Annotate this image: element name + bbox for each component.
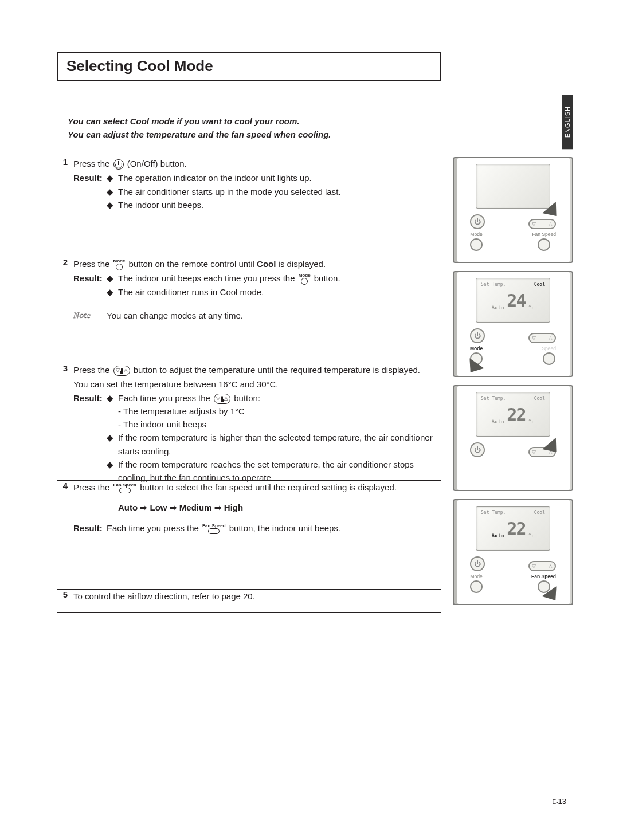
step-3: 3 Press the ▽△ button to adjust the temp… — [57, 363, 441, 481]
remote-illustration-1: ⏻ ▽│△ Mode Fan Speed — [453, 157, 573, 263]
display-temp: 24 — [507, 291, 525, 311]
temp-adjust-icon: ▽│△ — [528, 333, 556, 343]
remote-illustration-4: Set Temp.Cool Auto 22°c ⏻ ▽│△ Mode Fan S… — [453, 499, 573, 605]
power-button-icon: ⏻ — [470, 328, 485, 343]
display-temp: 22 — [507, 519, 525, 539]
power-icon — [113, 159, 124, 170]
step-number: 1 — [57, 157, 73, 251]
step-5: 5 To control the airflow direction, refe… — [57, 590, 441, 613]
mode-button-icon — [470, 238, 483, 251]
mode-button-icon: Mode — [299, 273, 311, 285]
step-number: 3 — [57, 363, 73, 474]
temp-adjust-icon: ▽△ — [214, 394, 230, 404]
mode-button-icon: Mode — [113, 259, 126, 270]
step-number: 4 — [57, 481, 73, 583]
temp-adjust-icon: ▽│△ — [528, 561, 556, 571]
step-4: 4 Press the Fan Speed button to select t… — [57, 481, 441, 590]
temp-adjust-icon: ▽△ — [113, 366, 130, 376]
step-2: 2 Press the Mode button on the remote co… — [57, 257, 441, 363]
power-button-icon: ⏻ — [470, 214, 485, 229]
fan-speed-button-icon — [543, 352, 555, 365]
step-1: 1 Press the (On/Off) button. Result: ◆Th… — [57, 157, 441, 257]
step-number: 2 — [57, 257, 73, 357]
temp-adjust-icon: ▽│△ — [528, 219, 556, 229]
fan-speed-button-icon — [538, 238, 550, 251]
intro-text: You can select Cool mode if you want to … — [68, 115, 573, 141]
language-tab: ENGLISH — [562, 95, 573, 149]
page-title: Selecting Cool Mode — [66, 57, 432, 75]
fan-speed-button-icon: Fan Speed — [202, 524, 225, 534]
result-label: Result: — [73, 391, 107, 485]
remote-illustration-3: Set Temp.Cool Auto 22°c ⏻ ▽│△ — [453, 385, 573, 491]
fan-speed-button-icon: Fan Speed — [113, 483, 136, 493]
remote-illustration-2: Set Temp.Cool Auto 24°c ⏻ ▽│△ Mode Speed — [453, 271, 573, 377]
result-label: Result: — [73, 171, 107, 211]
manual-page: Selecting Cool Mode ENGLISH You can sele… — [0, 0, 619, 840]
mode-button-icon — [470, 580, 483, 593]
fan-speed-sequence: Auto ➟ Low ➟ Medium ➟ High — [118, 501, 441, 514]
power-button-icon: ⏻ — [470, 556, 485, 571]
power-button-icon: ⏻ — [470, 442, 485, 457]
intro-line: You can select Cool mode if you want to … — [68, 115, 573, 128]
steps-column: 1 Press the (On/Off) button. Result: ◆Th… — [57, 157, 441, 613]
page-title-bar: Selecting Cool Mode — [57, 52, 441, 81]
step-number: 5 — [57, 590, 73, 606]
result-label: Result: — [73, 272, 107, 299]
intro-line: You can adjust the temperature and the f… — [68, 128, 573, 142]
illustrations-column: ⏻ ▽│△ Mode Fan Speed Set Temp.Cool Auto … — [453, 157, 573, 613]
page-number: E-13 — [553, 797, 566, 806]
note-label: Note — [73, 309, 107, 322]
display-temp: 22 — [507, 405, 525, 425]
result-label: Result: — [73, 521, 107, 535]
